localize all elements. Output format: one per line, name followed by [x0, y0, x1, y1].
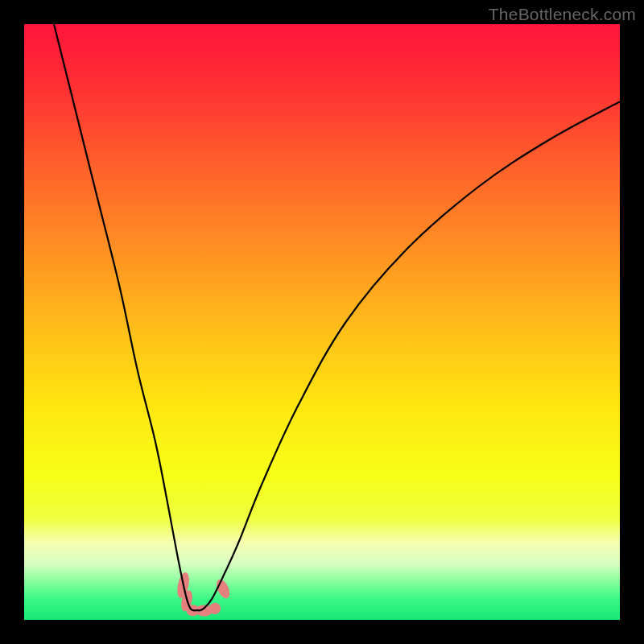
plot-area [24, 24, 620, 620]
outer-black-frame: TheBottleneck.com [0, 0, 644, 644]
watermark-text: TheBottleneck.com [489, 5, 636, 24]
gradient-background [24, 24, 620, 620]
chart-svg [24, 24, 620, 620]
